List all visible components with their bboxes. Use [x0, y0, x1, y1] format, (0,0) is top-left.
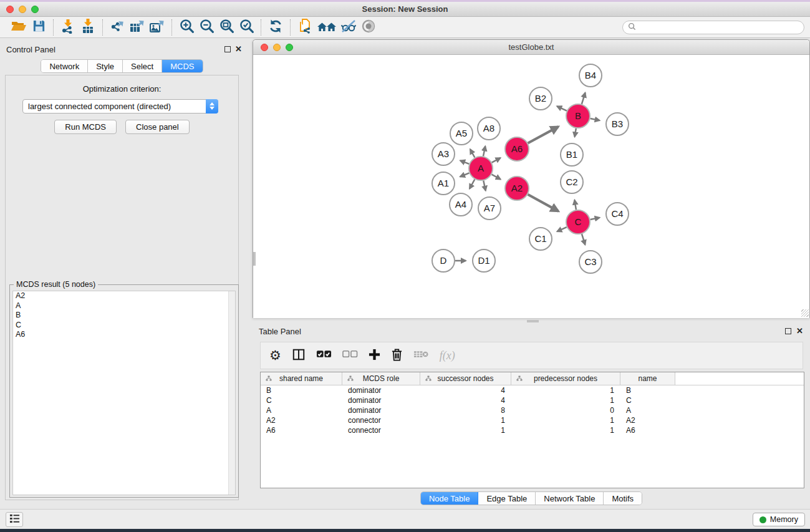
result-list-scrollbar[interactable] [228, 291, 235, 495]
import-network-button[interactable] [58, 18, 78, 37]
window-resize-grip[interactable] [801, 309, 809, 317]
table-row[interactable]: Cdominator41C [261, 395, 804, 405]
graph-edge-A-A3[interactable] [460, 160, 469, 163]
network-canvas[interactable]: B4B2BB3A8A5A6A3B1AC2A1A2A4A7C4CC1DC3D1 [253, 55, 809, 318]
graph-edge-C-C4[interactable] [591, 218, 600, 220]
graph-node-B2[interactable]: B2 [529, 87, 552, 110]
network-from-selection-button[interactable] [295, 18, 315, 37]
table-settings-button[interactable]: ⚙ [269, 349, 281, 362]
graph-node-D[interactable]: D [432, 249, 455, 272]
function-builder-button[interactable]: f(x) [440, 349, 455, 362]
graph-edge-C-C2[interactable] [574, 200, 576, 210]
task-history-button[interactable] [6, 512, 23, 527]
graph-node-B[interactable]: B [566, 104, 590, 128]
search-field[interactable] [622, 21, 804, 34]
mcds-result-item[interactable]: A2 [13, 291, 235, 301]
graph-node-A6[interactable]: A6 [505, 137, 529, 161]
graph-node-D1[interactable]: D1 [473, 249, 495, 272]
graph-edge-C-C3[interactable] [582, 234, 585, 244]
column-header-successor-nodes[interactable]: successor nodes [420, 372, 511, 385]
graph-edge-B-B4[interactable] [582, 93, 586, 104]
tab-style[interactable]: Style [88, 60, 123, 72]
graph-edge-A-A2[interactable] [492, 175, 501, 180]
save-session-button[interactable] [29, 18, 49, 37]
run-mcds-button[interactable]: Run MCDS [54, 120, 117, 134]
graph-edge-A6-B[interactable] [528, 127, 559, 143]
network-graph[interactable]: B4B2BB3A8A5A6A3B1AC2A1A2A4A7C4CC1DC3D1 [253, 55, 809, 318]
network-vertical-scrollbar[interactable] [253, 252, 256, 266]
mcds-result-item[interactable]: A6 [13, 330, 235, 340]
graph-node-A[interactable]: A [469, 157, 493, 180]
table-float-panel-icon[interactable] [785, 328, 791, 334]
import-table-button[interactable] [78, 18, 98, 37]
column-header-mcds-role[interactable]: MCDS role [342, 372, 420, 385]
graph-edge-B-B1[interactable] [575, 128, 576, 137]
graph-node-A1[interactable]: A1 [432, 172, 455, 195]
network-close-button[interactable] [261, 44, 268, 51]
show-graphics-button[interactable] [359, 18, 378, 37]
table-row[interactable]: A6connector11A6 [261, 425, 804, 435]
tab-edge-table[interactable]: Edge Table [478, 492, 536, 505]
graph-edge-B-B2[interactable] [557, 106, 567, 110]
graph-edge-A-A1[interactable] [460, 173, 470, 177]
close-window-button[interactable] [6, 6, 14, 13]
graph-edge-A-A6[interactable] [492, 158, 501, 162]
graph-node-A3[interactable]: A3 [432, 143, 455, 165]
graph-edge-A-A7[interactable] [483, 181, 486, 191]
open-session-button[interactable] [9, 18, 29, 37]
close-panel-icon[interactable]: ✕ [235, 44, 242, 54]
close-panel-button[interactable]: Close panel [125, 120, 190, 134]
network-horizontal-scrollbar[interactable] [527, 320, 539, 322]
table-row[interactable]: Bdominator41B [261, 385, 804, 395]
graph-node-A4[interactable]: A4 [450, 193, 472, 216]
float-panel-icon[interactable] [224, 46, 231, 52]
column-header-shared-name[interactable]: shared name [261, 372, 342, 385]
mcds-result-item[interactable]: C [13, 321, 235, 331]
graph-node-B3[interactable]: B3 [606, 113, 629, 135]
tab-mcds[interactable]: MCDS [162, 60, 202, 72]
select-all-columns-button[interactable] [316, 350, 332, 362]
memory-button[interactable]: Memory [753, 513, 805, 526]
export-network-button[interactable] [107, 18, 127, 37]
network-minimize-button[interactable] [273, 44, 281, 51]
hide-annotations-button[interactable] [339, 18, 359, 37]
column-header-name[interactable]: name [620, 372, 675, 385]
delete-table-button[interactable] [413, 349, 429, 362]
export-table-button[interactable] [127, 18, 147, 37]
mcds-result-item[interactable]: B [13, 311, 235, 321]
graph-node-C4[interactable]: C4 [606, 203, 629, 225]
minimize-window-button[interactable] [19, 6, 26, 13]
graph-node-C2[interactable]: C2 [561, 171, 583, 193]
network-window-titlebar[interactable]: testGlobe.txt [253, 40, 809, 55]
zoom-selected-button[interactable] [236, 18, 256, 37]
tab-node-table[interactable]: Node Table [421, 492, 479, 505]
node-table[interactable]: shared nameMCDS rolesuccessor nodesprede… [260, 372, 804, 488]
graph-edge-A2-C[interactable] [528, 195, 559, 211]
graph-edge-C-C1[interactable] [557, 227, 566, 231]
tab-motifs[interactable]: Motifs [604, 492, 642, 505]
network-zoom-button[interactable] [286, 44, 293, 51]
zoom-out-button[interactable] [196, 18, 216, 37]
tab-network-table[interactable]: Network Table [536, 492, 604, 505]
mcds-result-list[interactable]: A2ABCA6 [12, 291, 236, 495]
graph-edge-A-A4[interactable] [470, 180, 475, 189]
criterion-dropdown[interactable]: largest connected component (directed) [22, 99, 218, 114]
graph-edge-A-A5[interactable] [470, 149, 475, 157]
deselect-all-columns-button[interactable] [342, 350, 358, 362]
refresh-button[interactable] [266, 18, 286, 37]
tab-network[interactable]: Network [41, 60, 88, 72]
zoom-window-button[interactable] [31, 6, 39, 13]
table-row[interactable]: A2connector11A2 [261, 415, 804, 425]
mcds-result-item[interactable]: A [13, 301, 235, 311]
graph-node-C3[interactable]: C3 [579, 251, 602, 273]
cybrowser-home-button[interactable] [315, 18, 339, 37]
graph-node-A5[interactable]: A5 [450, 122, 473, 145]
zoom-in-button[interactable] [176, 18, 196, 37]
column-header-predecessor-nodes[interactable]: predecessor nodes [511, 372, 620, 385]
graph-node-A8[interactable]: A8 [478, 117, 500, 140]
search-input[interactable] [639, 22, 804, 33]
zoom-fit-button[interactable] [216, 18, 236, 37]
table-close-panel-icon[interactable]: ✕ [796, 326, 803, 336]
graph-node-B1[interactable]: B1 [561, 143, 583, 166]
graph-edge-A-A8[interactable] [483, 146, 485, 156]
